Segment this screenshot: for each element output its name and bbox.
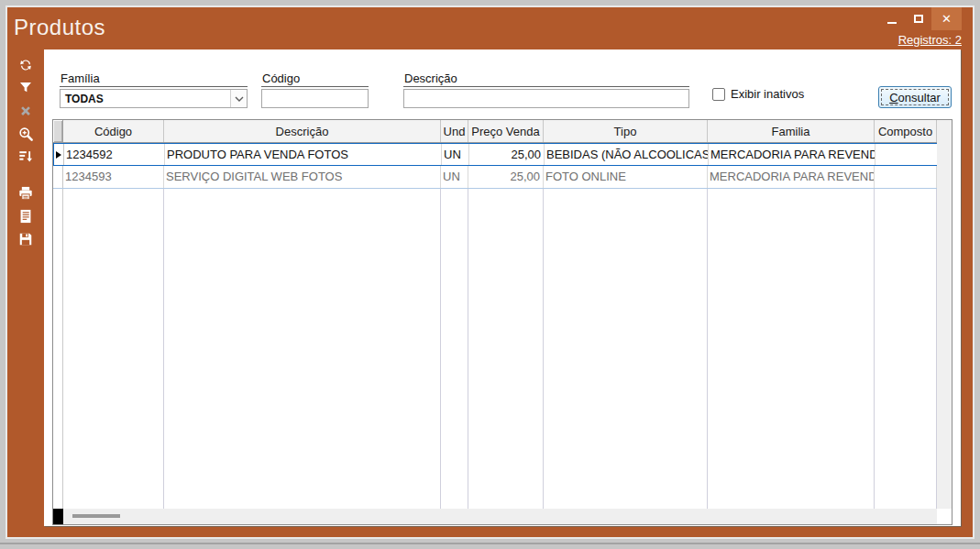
grid-header-codigo[interactable]: Código bbox=[63, 120, 164, 142]
horizontal-scrollbar[interactable] bbox=[53, 509, 937, 524]
registros-link[interactable]: Registros: 2 bbox=[898, 33, 962, 47]
grid-header-descricao[interactable]: Descrição bbox=[164, 120, 441, 142]
exibir-inativos-label: Exibir inativos bbox=[731, 87, 804, 101]
descricao-label: Descrição bbox=[403, 71, 689, 87]
grid-header-composto[interactable]: Composto bbox=[875, 120, 937, 142]
cell-composto[interactable] bbox=[875, 144, 938, 165]
row-indicator bbox=[54, 144, 64, 165]
cell-tipo[interactable]: BEBIDAS (NÃO ALCOOLICAS) bbox=[545, 144, 709, 165]
save-icon bbox=[17, 230, 35, 248]
checkbox-box-icon[interactable] bbox=[712, 88, 725, 101]
familia-field: Família TODAS bbox=[60, 71, 248, 108]
grid-column-line bbox=[441, 189, 468, 509]
cell-familia[interactable]: MERCADORIA PARA REVENDA bbox=[708, 166, 875, 188]
clear-filter-icon bbox=[17, 103, 34, 119]
clear-filter-button[interactable] bbox=[7, 101, 44, 121]
content-area: Família TODAS Código Descrição Exibir in… bbox=[44, 49, 961, 526]
grid-header-indicator bbox=[53, 120, 63, 142]
cell-codigo[interactable]: 1234592 bbox=[64, 144, 165, 165]
consultar-button[interactable]: Consultar bbox=[878, 86, 952, 108]
descricao-input[interactable] bbox=[403, 89, 689, 108]
print-button[interactable] bbox=[7, 183, 44, 203]
cell-preco-venda[interactable]: 25,00 bbox=[469, 144, 545, 165]
close-icon: ✕ bbox=[941, 12, 952, 26]
descricao-field: Descrição bbox=[403, 71, 689, 108]
sort-icon bbox=[17, 148, 35, 166]
page-title: Produtos bbox=[14, 15, 105, 40]
minimize-button[interactable] bbox=[878, 7, 905, 30]
familia-label: Família bbox=[60, 71, 248, 87]
titlebar: Produtos ✕ Registros: 2 bbox=[7, 7, 973, 49]
grid-header-preco-venda[interactable]: Preço Venda bbox=[468, 120, 544, 142]
zoom-icon bbox=[17, 125, 35, 143]
codigo-input[interactable] bbox=[261, 89, 369, 108]
row-indicator bbox=[53, 166, 63, 188]
table-row[interactable]: 1234593SERVIÇO DIGITAL WEB FOTOSUN25,00F… bbox=[53, 166, 952, 189]
cell-composto[interactable] bbox=[875, 166, 937, 188]
maximize-button[interactable] bbox=[905, 7, 931, 30]
grid-column-line bbox=[63, 189, 164, 509]
window-frame-edge bbox=[0, 543, 980, 544]
refresh-icon bbox=[17, 56, 35, 74]
grid-column-line bbox=[708, 189, 875, 509]
grid-header-und[interactable]: Und bbox=[441, 120, 468, 142]
grid-header-familia[interactable]: Familia bbox=[708, 120, 875, 142]
grid-column-line bbox=[164, 189, 441, 509]
selected-row-arrow-icon bbox=[56, 151, 61, 159]
produtos-window: Produtos ✕ Registros: 2 bbox=[7, 7, 973, 537]
filter-button[interactable] bbox=[7, 78, 44, 98]
cell-codigo[interactable]: 1234593 bbox=[63, 166, 164, 188]
cell-descricao[interactable]: SERVIÇO DIGITAL WEB FOTOS bbox=[164, 166, 441, 188]
filter-icon bbox=[17, 80, 34, 96]
grid-header-tipo[interactable]: Tipo bbox=[544, 120, 708, 142]
horizontal-scrollbar-track[interactable] bbox=[63, 509, 937, 524]
print-icon bbox=[17, 184, 35, 203]
cell-und[interactable]: UN bbox=[442, 144, 469, 165]
grid-column-line bbox=[468, 189, 544, 509]
table-row[interactable]: 1234592PRODUTO PARA VENDA FOTOSUN25,00BE… bbox=[53, 143, 952, 166]
toolbar-sidebar bbox=[7, 49, 44, 526]
scrollbar-corner-box bbox=[53, 509, 63, 524]
grid-body: 1234592PRODUTO PARA VENDA FOTOSUN25,00BE… bbox=[53, 143, 952, 189]
maximize-icon bbox=[914, 15, 923, 23]
save-button[interactable] bbox=[7, 229, 44, 249]
grid-column-line bbox=[544, 189, 708, 509]
sort-button[interactable] bbox=[7, 147, 44, 167]
zoom-button[interactable] bbox=[7, 124, 44, 144]
grid-column-line bbox=[875, 189, 937, 509]
products-grid: Código Descrição Und Preço Venda Tipo Fa… bbox=[52, 119, 952, 525]
window-controls: ✕ bbox=[878, 7, 962, 30]
grid-header: Código Descrição Und Preço Venda Tipo Fa… bbox=[53, 120, 952, 143]
cell-familia[interactable]: MERCADORIA PARA REVENDA bbox=[709, 144, 875, 165]
cell-und[interactable]: UN bbox=[441, 166, 468, 188]
codigo-label: Código bbox=[261, 71, 369, 87]
codigo-field: Código bbox=[261, 71, 369, 108]
cell-descricao[interactable]: PRODUTO PARA VENDA FOTOS bbox=[165, 144, 442, 165]
close-button[interactable]: ✕ bbox=[931, 7, 962, 30]
familia-select[interactable]: TODAS bbox=[60, 89, 248, 108]
grid-empty-area bbox=[53, 189, 952, 509]
minimize-icon bbox=[887, 22, 897, 24]
cell-tipo[interactable]: FOTO ONLINE bbox=[544, 166, 708, 188]
report-button[interactable] bbox=[7, 206, 44, 226]
chevron-down-icon[interactable] bbox=[230, 90, 247, 107]
vertical-scrollbar[interactable] bbox=[937, 120, 952, 509]
exibir-inativos-checkbox[interactable]: Exibir inativos bbox=[712, 87, 804, 101]
report-icon bbox=[17, 207, 35, 225]
familia-value: TODAS bbox=[61, 90, 230, 107]
horizontal-scrollbar-thumb[interactable] bbox=[72, 514, 120, 518]
grid-column-line bbox=[53, 189, 63, 509]
cell-preco-venda[interactable]: 25,00 bbox=[468, 166, 544, 188]
refresh-button[interactable] bbox=[7, 55, 44, 75]
